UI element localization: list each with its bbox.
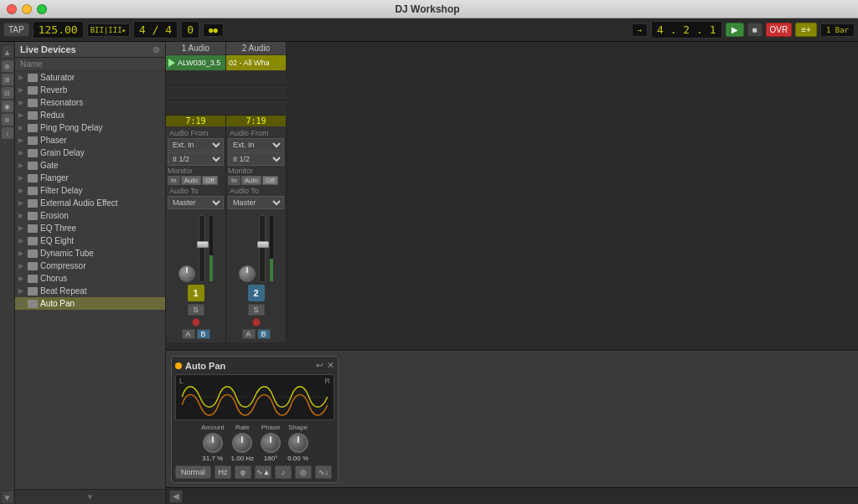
a-btn-2[interactable]: A — [242, 329, 256, 339]
device-name: Grain Delay — [40, 148, 85, 157]
list-item[interactable]: ▶ Dynamic Tube — [15, 247, 165, 260]
empty-clip-row — [166, 100, 226, 116]
expand-icon: ▶ — [18, 212, 25, 219]
track-2-audio-to-select[interactable]: Master — [228, 196, 284, 209]
device-name: Flanger — [40, 173, 69, 183]
list-item[interactable]: ▶ Filter Delay — [15, 184, 165, 197]
clip-name-2: 02 - All Wha — [229, 59, 270, 67]
fader-track-1[interactable] — [199, 215, 205, 282]
list-item-autopan[interactable]: ▶ Auto Pan — [15, 297, 165, 310]
sidebar-icon-2[interactable]: ⊞ — [2, 74, 13, 85]
auto-pan-save-icon[interactable]: ↩ — [316, 360, 323, 371]
monitor-in-btn-2[interactable]: In — [228, 176, 240, 185]
wave-btn[interactable]: ∿▲ — [255, 465, 271, 479]
list-item[interactable]: ▶ Phaser — [15, 134, 165, 147]
right-content: 1 Audio ALW030_3.5 7:19 — [166, 42, 858, 504]
list-item[interactable]: ▶ Chorus — [15, 272, 165, 285]
track-1-audio-from-select[interactable]: Ext. In — [168, 138, 224, 152]
audio-to-label: Audio To — [168, 186, 224, 196]
device-icon — [28, 86, 38, 95]
monitor-off-btn-2[interactable]: Off — [262, 176, 278, 185]
b-btn-2[interactable]: B — [257, 329, 271, 339]
sidebar-icon-6[interactable]: ♪ — [2, 127, 13, 139]
nav-down-arrow[interactable]: ▼ — [1, 491, 14, 504]
fader-knob-1[interactable] — [197, 241, 209, 248]
track-2-audio-from-select[interactable]: Ext. In — [228, 138, 284, 152]
b-btn-1[interactable]: B — [197, 329, 210, 339]
solo-btn-2[interactable]: S — [248, 304, 265, 316]
menu-button[interactable]: ≡+ — [795, 23, 817, 37]
list-item[interactable]: ▶ External Audio Effect — [15, 197, 165, 209]
phi-btn[interactable]: φ — [235, 465, 251, 479]
device-name: Gate — [40, 161, 59, 170]
track-2-number-btn[interactable]: 2 — [248, 285, 265, 301]
rec-btn-1[interactable] — [192, 318, 200, 327]
amount-knob[interactable] — [203, 433, 223, 453]
device-name: Beat Repeat — [40, 286, 87, 296]
track-2-clip-active[interactable]: 02 - All Wha — [226, 55, 286, 70]
list-item[interactable]: ▶ Redux — [15, 109, 165, 121]
sidebar-icon-3[interactable]: ⊟ — [2, 87, 13, 99]
track-2-input-select[interactable]: II 1/2 — [228, 152, 284, 166]
expand-icon: ▶ — [18, 287, 25, 295]
list-item[interactable]: ▶ Compressor — [15, 260, 165, 272]
phase-knob[interactable] — [261, 433, 281, 453]
track-channel-2: 2 Audio 02 - All Wha 7:19 Audio From — [226, 42, 287, 342]
a-btn-1[interactable]: A — [182, 329, 195, 339]
solo-btn-1[interactable]: S — [188, 304, 204, 316]
device-name: Resonators — [40, 98, 83, 107]
play-button[interactable]: ▶ — [726, 23, 744, 37]
sidebar-icon-5[interactable]: ⊛ — [2, 114, 13, 126]
maximize-button[interactable] — [37, 4, 47, 14]
pan-knob-1[interactable] — [178, 265, 195, 282]
list-item[interactable]: ▶ Gate — [15, 159, 165, 172]
normal-mode-btn[interactable]: Normal — [175, 465, 211, 479]
monitor-auto-btn-2[interactable]: Auto — [241, 176, 261, 185]
fader-knob-2[interactable] — [257, 241, 269, 248]
pan-knob-2[interactable] — [239, 265, 256, 282]
device-icon — [28, 149, 38, 157]
list-item[interactable]: ▶ Resonators — [15, 96, 165, 109]
list-item[interactable]: ▶ Grain Delay — [15, 147, 165, 159]
list-item[interactable]: ▶ Beat Repeat — [15, 285, 165, 297]
list-item[interactable]: ▶ Ping Pong Delay — [15, 121, 165, 134]
track-2-time: 7:19 — [226, 116, 286, 126]
stop-button[interactable]: ■ — [747, 23, 762, 37]
list-item[interactable]: ▶ Erosion — [15, 209, 165, 222]
list-item[interactable]: ▶ Saturator — [15, 71, 165, 84]
monitor-label: Monitor — [168, 167, 193, 175]
waveform-display: L R — [175, 374, 334, 420]
solo-rec-row-1: S — [188, 304, 204, 316]
device-settings-icon[interactable]: ⚙ — [152, 45, 160, 54]
wave-down-btn[interactable]: ∿↓ — [315, 465, 332, 479]
hz-btn[interactable]: Hz — [214, 465, 231, 479]
track-1-clip-active[interactable]: ALW030_3.5 — [166, 55, 225, 70]
list-item[interactable]: ▶ Reverb — [15, 84, 165, 96]
monitor-auto-btn[interactable]: Auto — [181, 176, 201, 185]
monitor-off-btn[interactable]: Off — [202, 176, 218, 185]
track-1-input-select[interactable]: II 1/2 — [168, 152, 224, 166]
list-item[interactable]: ▶ Flanger — [15, 172, 165, 184]
sidebar-icon-4[interactable]: ◉ — [2, 100, 13, 112]
auto-pan-close-icon[interactable]: ✕ — [327, 360, 334, 371]
shape-knob[interactable] — [288, 433, 308, 453]
list-item[interactable]: ▶ EQ Three — [15, 222, 165, 234]
close-button[interactable] — [7, 4, 17, 14]
device-name: Redux — [40, 111, 65, 120]
tap-button[interactable]: TAP — [3, 23, 29, 37]
nav-up-arrow[interactable]: ▲ — [1, 45, 14, 59]
footer-nav-left[interactable]: ◀ — [169, 490, 183, 503]
list-item[interactable]: ▶ EQ Eight — [15, 234, 165, 247]
track-1-number-btn[interactable]: 1 — [188, 285, 204, 301]
fader-track-2[interactable] — [259, 215, 266, 282]
scroll-down-arrow[interactable]: ▼ — [15, 489, 165, 504]
auto-pan-header-icons: ↩ ✕ — [316, 360, 334, 371]
track-1-audio-to-select[interactable]: Master — [168, 196, 224, 209]
rec-btn-2[interactable] — [252, 318, 261, 327]
monitor-in-btn[interactable]: In — [168, 176, 180, 185]
minimize-button[interactable] — [22, 4, 32, 14]
rate-knob[interactable] — [232, 433, 252, 453]
circle-btn[interactable]: ◎ — [295, 465, 312, 479]
note-btn[interactable]: ♪ — [275, 465, 292, 479]
sidebar-icon-1[interactable]: ⊕ — [2, 60, 13, 72]
